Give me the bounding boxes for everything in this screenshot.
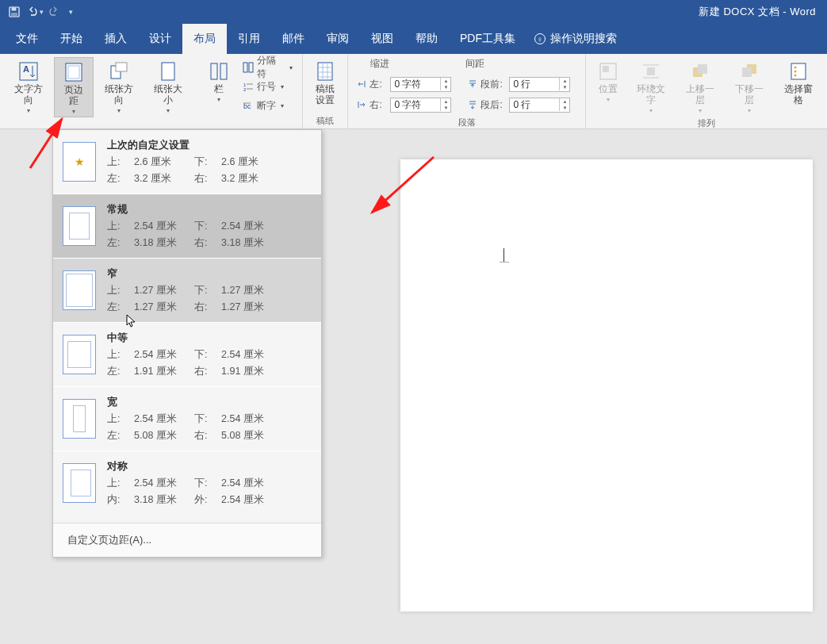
tab-home[interactable]: 开始	[49, 24, 94, 54]
svg-rect-1	[12, 8, 17, 11]
lightbulb-icon: ♀	[534, 33, 546, 44]
svg-point-41	[794, 71, 797, 73]
margin-thumb-icon	[63, 142, 96, 182]
spin-down-icon[interactable]: ▼	[441, 105, 450, 111]
spin-down-icon[interactable]: ▼	[560, 84, 569, 90]
orientation-icon	[108, 60, 130, 82]
tab-pdf-tools[interactable]: PDF工具集	[449, 24, 526, 54]
chevron-down-icon: ▾	[281, 83, 284, 90]
space-after-spinner[interactable]: ▲▼	[509, 98, 570, 113]
spin-down-icon[interactable]: ▼	[560, 105, 569, 111]
tab-view[interactable]: 视图	[360, 24, 404, 54]
svg-rect-9	[162, 63, 174, 80]
tab-mailings[interactable]: 邮件	[271, 24, 316, 54]
indent-left-spinner[interactable]: ▲▼	[390, 77, 451, 92]
title-bar: ▾ ▾ 新建 DOCX 文档 - Word	[0, 0, 827, 24]
margin-thumb-icon	[63, 335, 96, 374]
svg-text:2: 2	[243, 87, 247, 92]
margin-preset-wide[interactable]: 宽 上:2.54 厘米 下:2.54 厘米 左:5.08 厘米 右:5.08 厘…	[53, 387, 321, 451]
svg-rect-39	[791, 63, 806, 79]
tab-references[interactable]: 引用	[227, 24, 271, 54]
margins-button[interactable]: 页边距 ▾	[54, 57, 94, 117]
space-before-input[interactable]	[510, 79, 559, 90]
tell-me-label: 操作说明搜索	[550, 32, 617, 46]
bring-forward-icon	[689, 60, 711, 82]
text-direction-icon: A	[17, 60, 40, 82]
redo-button[interactable]	[44, 2, 63, 21]
save-button[interactable]	[5, 2, 24, 21]
margin-thumb-icon	[63, 399, 96, 439]
tab-design[interactable]: 设计	[138, 24, 182, 54]
svg-rect-36	[698, 64, 707, 74]
margin-preset-narrow[interactable]: 窄 上:1.27 厘米 下:1.27 厘米 左:1.27 厘米 右:1.27 厘…	[53, 259, 321, 323]
chevron-down-icon: ▾	[217, 96, 220, 103]
space-before-spinner[interactable]: ▲▼	[509, 77, 570, 92]
svg-rect-31	[603, 66, 609, 72]
margin-preset-normal[interactable]: 常规 上:2.54 厘米 下:2.54 厘米 左:3.18 厘米 右:3.18 …	[53, 194, 321, 259]
breaks-button[interactable]: 分隔符▾	[241, 59, 295, 76]
page-size-button[interactable]: 纸张大小 ▾	[144, 57, 192, 116]
margin-preset-mirrored[interactable]: 对称 上:2.54 厘米 下:2.54 厘米 内:3.18 厘米 外:2.54 …	[53, 451, 321, 523]
draft-paper-icon	[314, 60, 336, 82]
tab-review[interactable]: 审阅	[316, 24, 360, 54]
spin-down-icon[interactable]: ▼	[441, 84, 450, 90]
group-label-arrange: 排列	[591, 116, 822, 129]
columns-button[interactable]: 栏 ▾	[201, 57, 236, 105]
group-label-draft: 稿纸	[308, 113, 343, 127]
svg-rect-38	[742, 67, 752, 77]
space-before-icon	[467, 79, 477, 90]
svg-rect-13	[249, 63, 253, 72]
spin-up-icon[interactable]: ▲	[441, 78, 450, 84]
position-button: 位置 ▾	[591, 57, 626, 105]
custom-margins-button[interactable]: 自定义页边距(A)...	[53, 523, 321, 557]
svg-rect-20	[318, 63, 332, 80]
group-label-paragraph: 段落	[353, 115, 580, 128]
margin-thumb-icon	[63, 270, 96, 310]
spin-up-icon[interactable]: ▲	[441, 98, 450, 105]
ribbon-body: A 文字方向 ▾ 页边距 ▾ 纸张方向 ▾	[0, 54, 827, 129]
page-size-icon	[157, 60, 179, 82]
margin-preset-moderate[interactable]: 中等 上:2.54 厘米 下:2.54 厘米 左:1.91 厘米 右:1.91 …	[53, 323, 321, 387]
margin-thumb-icon	[63, 206, 96, 246]
tab-insert[interactable]: 插入	[94, 24, 138, 54]
svg-rect-8	[116, 63, 127, 71]
send-backward-icon	[738, 60, 760, 82]
spin-up-icon[interactable]: ▲	[560, 78, 569, 84]
hyphenation-button[interactable]: bc 断字▾	[241, 97, 295, 114]
margin-thumb-icon	[63, 463, 96, 503]
chevron-down-icon: ▾	[167, 107, 170, 114]
indent-right-icon	[356, 100, 366, 110]
line-numbers-icon: 12	[243, 81, 254, 92]
space-after-input[interactable]	[510, 99, 559, 110]
window-title: 新建 DOCX 文档 - Word	[699, 5, 827, 19]
document-page[interactable]	[400, 159, 813, 611]
selection-pane-button[interactable]: 选择窗格	[775, 57, 822, 108]
margin-preset-last-custom[interactable]: 上次的自定义设置 上:2.6 厘米 下:2.6 厘米 左:3.2 厘米 右:3.…	[53, 130, 321, 194]
spin-up-icon[interactable]: ▲	[560, 98, 569, 105]
bring-forward-button: 上移一层 ▾	[676, 57, 724, 116]
tab-help[interactable]: 帮助	[404, 24, 449, 54]
margins-dropdown-menu: 上次的自定义设置 上:2.6 厘米 下:2.6 厘米 左:3.2 厘米 右:3.…	[52, 129, 322, 558]
wrap-text-icon	[640, 60, 662, 82]
indent-left-input[interactable]	[391, 79, 440, 90]
text-cursor-icon	[503, 248, 507, 263]
indent-right-spinner[interactable]: ▲▼	[390, 98, 451, 113]
svg-rect-32	[647, 67, 655, 75]
tab-file[interactable]: 文件	[5, 24, 49, 54]
ribbon-tabs: 文件 开始 插入 设计 布局 引用 邮件 审阅 视图 帮助 PDF工具集 ♀ 操…	[0, 24, 827, 54]
breaks-icon	[243, 62, 254, 73]
orientation-button[interactable]: 纸张方向 ▾	[95, 57, 143, 116]
redo-icon	[48, 6, 59, 17]
tell-me-search[interactable]: ♀ 操作说明搜索	[526, 24, 625, 54]
hyphenation-icon: bc	[243, 100, 254, 111]
chevron-down-icon: ▾	[289, 64, 293, 71]
tab-layout[interactable]: 布局	[182, 24, 227, 54]
qat-customize-caret-icon[interactable]: ▾	[69, 8, 73, 16]
send-backward-button: 下移一层 ▾	[726, 57, 773, 116]
line-numbers-button[interactable]: 12 行号▾	[241, 78, 295, 95]
wrap-text-button: 环绕文字 ▾	[627, 57, 675, 116]
spacing-heading: 间距	[465, 57, 484, 71]
draft-paper-button[interactable]: 稿纸 设置	[308, 57, 343, 108]
indent-right-input[interactable]	[391, 99, 440, 110]
text-direction-button[interactable]: A 文字方向 ▾	[5, 57, 52, 116]
